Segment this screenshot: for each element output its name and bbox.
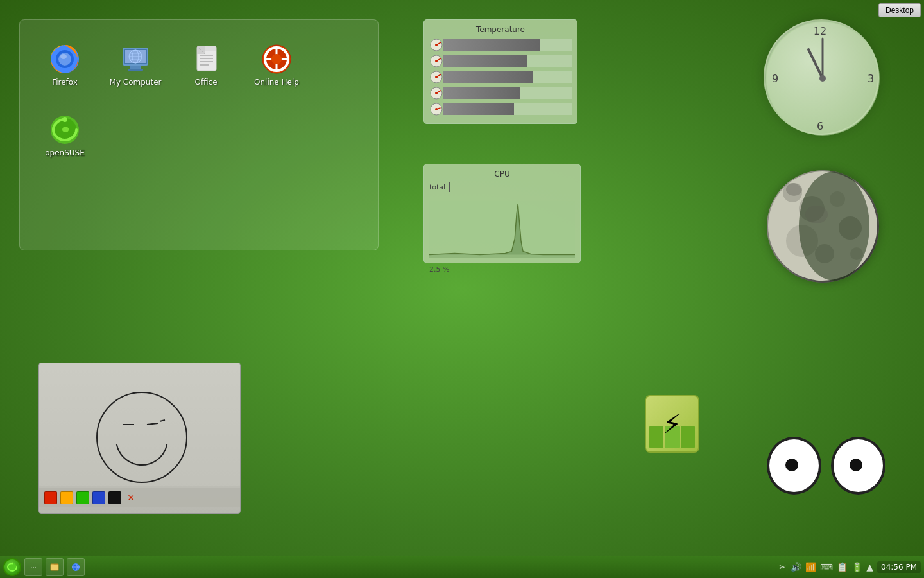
svg-point-37 <box>435 108 438 110</box>
opensuse-start-icon <box>7 562 17 572</box>
temp-bar-4 <box>443 87 520 99</box>
svg-point-55 <box>799 171 869 281</box>
icon-grid: Firefox My Computer <box>33 33 365 168</box>
taskbar-right: ✂ 🔊 📶 ⌨ 📋 🔋 ▲ 04:56 PM <box>779 561 921 573</box>
eyes-widget <box>767 437 886 495</box>
svg-point-29 <box>435 44 438 46</box>
svg-point-31 <box>435 60 438 62</box>
drawing-widget: ✕ <box>38 363 241 514</box>
cpu-graph <box>429 197 575 261</box>
color-green[interactable] <box>76 491 89 504</box>
office-icon-item[interactable]: Office <box>174 33 238 97</box>
svg-text:9: 9 <box>772 73 778 85</box>
color-red[interactable] <box>44 491 57 504</box>
firefox-icon <box>49 44 80 74</box>
firefox-icon-item[interactable]: Firefox <box>33 33 97 97</box>
temp-gauge-5 <box>429 102 443 116</box>
moon-svg <box>767 170 879 283</box>
opensuse-label: openSUSE <box>45 148 85 157</box>
arrow-up-icon[interactable]: ▲ <box>866 562 873 572</box>
svg-rect-8 <box>128 69 143 71</box>
battery-widget: ⚡ <box>645 395 699 453</box>
onlinehelp-icon-item[interactable]: Online Help <box>244 33 309 97</box>
svg-point-48 <box>783 183 802 202</box>
svg-point-23 <box>271 54 282 64</box>
svg-point-33 <box>435 76 438 78</box>
mycomputer-label: My Computer <box>110 78 162 87</box>
battery-lightning-icon: ⚡ <box>663 408 682 440</box>
temp-bar-2 <box>443 55 527 67</box>
opensuse-icon <box>49 114 80 145</box>
drawing-close-btn[interactable]: ✕ <box>124 491 137 504</box>
temp-row-5 <box>429 102 572 116</box>
temp-bar-container-4 <box>443 87 572 99</box>
svg-point-3 <box>60 54 67 59</box>
temp-bar-container-1 <box>443 39 572 51</box>
svg-point-57 <box>12 563 13 565</box>
svg-rect-59 <box>51 565 58 570</box>
taskbar-dots[interactable]: ··· <box>24 558 42 576</box>
temp-gauge-2 <box>429 54 443 68</box>
onlinehelp-label: Online Help <box>254 78 299 87</box>
svg-text:6: 6 <box>817 120 823 132</box>
left-eye <box>767 437 821 495</box>
temp-bar-container-5 <box>443 103 572 115</box>
cpu-widget: CPU total 2.5 % <box>424 164 581 263</box>
cpu-bar-indicator <box>449 182 450 192</box>
start-button[interactable] <box>3 558 21 576</box>
temp-row-2 <box>429 54 572 68</box>
clipboard-icon: 📋 <box>837 562 848 572</box>
volume-icon[interactable]: 🔊 <box>791 562 801 572</box>
svg-rect-38 <box>429 201 575 258</box>
mycomputer-icon-item[interactable]: My Computer <box>103 33 167 97</box>
right-eye <box>831 437 886 495</box>
drawing-canvas[interactable] <box>39 363 241 486</box>
onlinehelp-icon <box>261 44 292 74</box>
temp-bar-1 <box>443 39 540 51</box>
left-pupil <box>785 459 798 471</box>
color-blue[interactable] <box>92 491 105 504</box>
cpu-title: CPU <box>429 170 575 179</box>
mycomputer-icon <box>120 44 151 74</box>
temp-bar-container-2 <box>443 55 572 67</box>
svg-point-46 <box>819 75 826 82</box>
taskbar-clock: 04:56 PM <box>877 561 921 573</box>
temp-gauge-1 <box>429 38 443 52</box>
temp-row-3 <box>429 70 572 84</box>
taskbar-left: ··· <box>3 558 85 576</box>
office-label: Office <box>194 78 217 87</box>
color-black[interactable] <box>108 491 121 504</box>
battery-tray-icon: 🔋 <box>851 562 862 572</box>
browser-icon <box>71 562 81 572</box>
svg-point-27 <box>62 117 67 122</box>
scissors-icon: ✂ <box>779 562 787 572</box>
network-icon[interactable]: 📶 <box>805 562 816 572</box>
temp-gauge-3 <box>429 70 443 84</box>
battery-icon: ⚡ <box>645 395 699 453</box>
temperature-title: Temperature <box>429 25 572 34</box>
clock-widget: 12 3 6 9 <box>764 19 879 135</box>
keyboard-icon: ⌨ <box>820 562 833 572</box>
cpu-percent: 2.5 % <box>429 265 575 274</box>
firefox-label: Firefox <box>52 78 78 87</box>
color-yellow[interactable] <box>60 491 73 504</box>
taskbar-files[interactable] <box>46 558 64 576</box>
icons-panel: Firefox My Computer <box>19 19 379 250</box>
drawing-toolbar: ✕ <box>39 488 240 507</box>
taskbar: ··· ✂ 🔊 📶 ⌨ 📋 🔋 ▲ 04:56 PM <box>0 556 924 578</box>
desktop-button[interactable]: Desktop <box>878 3 921 17</box>
cpu-header: CPU <box>429 170 575 179</box>
clock-face: 12 3 6 9 <box>764 19 879 135</box>
temp-gauge-4 <box>429 86 443 100</box>
taskbar-browser[interactable] <box>67 558 85 576</box>
opensuse-icon-item[interactable]: openSUSE <box>33 103 97 168</box>
temp-row-4 <box>429 86 572 100</box>
temp-bar-3 <box>443 71 533 83</box>
temp-bar-5 <box>443 103 514 115</box>
cpu-total-label: total <box>429 183 445 191</box>
clock-svg: 12 3 6 9 <box>765 21 880 136</box>
svg-point-35 <box>435 92 438 94</box>
temp-bar-container-3 <box>443 71 572 83</box>
svg-text:3: 3 <box>868 73 874 85</box>
svg-rect-7 <box>130 66 141 69</box>
